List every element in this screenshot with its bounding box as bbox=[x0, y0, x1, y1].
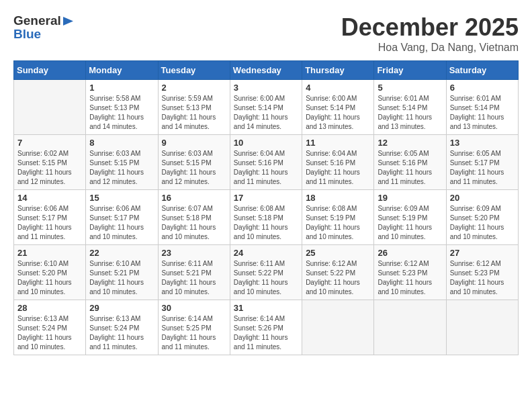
day-info: Sunrise: 6:09 AMSunset: 5:20 PMDaylight:… bbox=[450, 204, 515, 242]
day-info: Sunrise: 6:12 AMSunset: 5:23 PMDaylight:… bbox=[450, 259, 515, 297]
calendar-cell: 2Sunrise: 5:59 AMSunset: 5:13 PMDaylight… bbox=[158, 80, 230, 135]
calendar-header-friday: Friday bbox=[374, 61, 446, 80]
day-number: 6 bbox=[450, 83, 515, 93]
calendar-cell: 5Sunrise: 6:01 AMSunset: 5:14 PMDaylight… bbox=[374, 80, 446, 135]
day-info: Sunrise: 6:05 AMSunset: 5:17 PMDaylight:… bbox=[450, 149, 515, 187]
calendar-header-monday: Monday bbox=[86, 61, 158, 80]
day-number: 17 bbox=[234, 193, 298, 203]
day-number: 19 bbox=[378, 193, 442, 203]
calendar-cell: 21Sunrise: 6:10 AMSunset: 5:20 PMDayligh… bbox=[14, 245, 86, 300]
day-number: 11 bbox=[306, 138, 370, 148]
day-info: Sunrise: 6:00 AMSunset: 5:14 PMDaylight:… bbox=[234, 94, 298, 132]
day-number: 7 bbox=[17, 138, 82, 148]
day-info: Sunrise: 6:05 AMSunset: 5:16 PMDaylight:… bbox=[378, 149, 442, 187]
calendar-cell: 7Sunrise: 6:02 AMSunset: 5:15 PMDaylight… bbox=[14, 135, 86, 190]
day-info: Sunrise: 6:13 AMSunset: 5:24 PMDaylight:… bbox=[17, 314, 82, 352]
calendar-cell: 19Sunrise: 6:09 AMSunset: 5:19 PMDayligh… bbox=[374, 190, 446, 245]
calendar-cell: 1Sunrise: 5:58 AMSunset: 5:13 PMDaylight… bbox=[86, 80, 158, 135]
calendar-cell: 15Sunrise: 6:06 AMSunset: 5:17 PMDayligh… bbox=[86, 190, 158, 245]
day-info: Sunrise: 6:04 AMSunset: 5:16 PMDaylight:… bbox=[234, 149, 298, 187]
day-info: Sunrise: 6:12 AMSunset: 5:23 PMDaylight:… bbox=[378, 259, 442, 297]
calendar-cell: 12Sunrise: 6:05 AMSunset: 5:16 PMDayligh… bbox=[374, 135, 446, 190]
day-info: Sunrise: 6:11 AMSunset: 5:21 PMDaylight:… bbox=[162, 259, 226, 297]
day-number: 30 bbox=[162, 303, 226, 313]
day-info: Sunrise: 6:00 AMSunset: 5:14 PMDaylight:… bbox=[306, 94, 370, 132]
day-info: Sunrise: 6:09 AMSunset: 5:19 PMDaylight:… bbox=[378, 204, 442, 242]
calendar-cell: 29Sunrise: 6:13 AMSunset: 5:24 PMDayligh… bbox=[86, 300, 158, 355]
day-number: 3 bbox=[234, 83, 298, 93]
day-info: Sunrise: 6:10 AMSunset: 5:21 PMDaylight:… bbox=[89, 259, 154, 297]
day-number: 28 bbox=[17, 303, 82, 313]
calendar-cell: 6Sunrise: 6:01 AMSunset: 5:14 PMDaylight… bbox=[446, 80, 518, 135]
svg-marker-0 bbox=[63, 17, 73, 26]
day-number: 9 bbox=[162, 138, 226, 148]
calendar-cell: 22Sunrise: 6:10 AMSunset: 5:21 PMDayligh… bbox=[86, 245, 158, 300]
calendar-cell bbox=[302, 300, 374, 355]
day-number: 5 bbox=[378, 83, 442, 93]
calendar-cell: 4Sunrise: 6:00 AMSunset: 5:14 PMDaylight… bbox=[302, 80, 374, 135]
calendar-cell: 28Sunrise: 6:13 AMSunset: 5:24 PMDayligh… bbox=[14, 300, 86, 355]
calendar-cell: 18Sunrise: 6:08 AMSunset: 5:19 PMDayligh… bbox=[302, 190, 374, 245]
calendar-header-thursday: Thursday bbox=[302, 61, 374, 80]
calendar-cell: 30Sunrise: 6:14 AMSunset: 5:25 PMDayligh… bbox=[158, 300, 230, 355]
day-info: Sunrise: 6:03 AMSunset: 5:15 PMDaylight:… bbox=[89, 149, 154, 187]
day-number: 20 bbox=[450, 193, 515, 203]
calendar-cell: 17Sunrise: 6:08 AMSunset: 5:18 PMDayligh… bbox=[230, 190, 302, 245]
calendar-cell: 26Sunrise: 6:12 AMSunset: 5:23 PMDayligh… bbox=[374, 245, 446, 300]
day-number: 13 bbox=[450, 138, 515, 148]
day-number: 8 bbox=[89, 138, 154, 148]
calendar-cell: 3Sunrise: 6:00 AMSunset: 5:14 PMDaylight… bbox=[230, 80, 302, 135]
day-info: Sunrise: 6:06 AMSunset: 5:17 PMDaylight:… bbox=[89, 204, 154, 242]
day-number: 22 bbox=[89, 248, 154, 258]
day-number: 1 bbox=[89, 83, 154, 93]
calendar-cell: 10Sunrise: 6:04 AMSunset: 5:16 PMDayligh… bbox=[230, 135, 302, 190]
logo-arrow bbox=[63, 17, 73, 26]
calendar-header-sunday: Sunday bbox=[14, 61, 86, 80]
calendar-header-row: SundayMondayTuesdayWednesdayThursdayFrid… bbox=[14, 61, 519, 80]
day-number: 4 bbox=[306, 83, 370, 93]
day-info: Sunrise: 6:03 AMSunset: 5:15 PMDaylight:… bbox=[162, 149, 226, 187]
calendar-cell bbox=[374, 300, 446, 355]
day-info: Sunrise: 6:14 AMSunset: 5:25 PMDaylight:… bbox=[162, 314, 226, 352]
day-info: Sunrise: 6:04 AMSunset: 5:16 PMDaylight:… bbox=[306, 149, 370, 187]
calendar-cell bbox=[446, 300, 518, 355]
calendar-week-5: 28Sunrise: 6:13 AMSunset: 5:24 PMDayligh… bbox=[14, 300, 519, 355]
calendar-cell: 27Sunrise: 6:12 AMSunset: 5:23 PMDayligh… bbox=[446, 245, 518, 300]
day-info: Sunrise: 6:14 AMSunset: 5:26 PMDaylight:… bbox=[234, 314, 298, 352]
day-number: 23 bbox=[162, 248, 226, 258]
calendar-cell: 16Sunrise: 6:07 AMSunset: 5:18 PMDayligh… bbox=[158, 190, 230, 245]
day-info: Sunrise: 6:02 AMSunset: 5:15 PMDaylight:… bbox=[17, 149, 82, 187]
calendar-week-3: 14Sunrise: 6:06 AMSunset: 5:17 PMDayligh… bbox=[14, 190, 519, 245]
day-info: Sunrise: 6:01 AMSunset: 5:14 PMDaylight:… bbox=[450, 94, 515, 132]
calendar-cell: 23Sunrise: 6:11 AMSunset: 5:21 PMDayligh… bbox=[158, 245, 230, 300]
calendar-cell: 24Sunrise: 6:11 AMSunset: 5:22 PMDayligh… bbox=[230, 245, 302, 300]
day-number: 15 bbox=[89, 193, 154, 203]
day-info: Sunrise: 5:59 AMSunset: 5:13 PMDaylight:… bbox=[162, 94, 226, 132]
calendar-cell: 11Sunrise: 6:04 AMSunset: 5:16 PMDayligh… bbox=[302, 135, 374, 190]
day-info: Sunrise: 6:11 AMSunset: 5:22 PMDaylight:… bbox=[234, 259, 298, 297]
day-number: 25 bbox=[306, 248, 370, 258]
day-number: 27 bbox=[450, 248, 515, 258]
day-number: 26 bbox=[378, 248, 442, 258]
page-header: General Blue December 2025 Hoa Vang, Da … bbox=[13, 13, 519, 54]
day-info: Sunrise: 6:07 AMSunset: 5:18 PMDaylight:… bbox=[162, 204, 226, 242]
calendar-cell: 13Sunrise: 6:05 AMSunset: 5:17 PMDayligh… bbox=[446, 135, 518, 190]
day-info: Sunrise: 6:13 AMSunset: 5:24 PMDaylight:… bbox=[89, 314, 154, 352]
day-number: 18 bbox=[306, 193, 370, 203]
day-number: 21 bbox=[17, 248, 82, 258]
day-number: 29 bbox=[89, 303, 154, 313]
calendar-cell: 25Sunrise: 6:12 AMSunset: 5:22 PMDayligh… bbox=[302, 245, 374, 300]
day-info: Sunrise: 6:10 AMSunset: 5:20 PMDaylight:… bbox=[17, 259, 82, 297]
day-info: Sunrise: 6:01 AMSunset: 5:14 PMDaylight:… bbox=[378, 94, 442, 132]
day-info: Sunrise: 5:58 AMSunset: 5:13 PMDaylight:… bbox=[89, 94, 154, 132]
calendar-cell bbox=[14, 80, 86, 135]
calendar-week-2: 7Sunrise: 6:02 AMSunset: 5:15 PMDaylight… bbox=[14, 135, 519, 190]
calendar-week-4: 21Sunrise: 6:10 AMSunset: 5:20 PMDayligh… bbox=[14, 245, 519, 300]
logo: General Blue bbox=[13, 13, 73, 42]
day-number: 2 bbox=[162, 83, 226, 93]
calendar-header-wednesday: Wednesday bbox=[230, 61, 302, 80]
calendar-table: SundayMondayTuesdayWednesdayThursdayFrid… bbox=[13, 60, 519, 355]
day-number: 16 bbox=[162, 193, 226, 203]
logo-general: General bbox=[13, 13, 61, 28]
day-info: Sunrise: 6:12 AMSunset: 5:22 PMDaylight:… bbox=[306, 259, 370, 297]
